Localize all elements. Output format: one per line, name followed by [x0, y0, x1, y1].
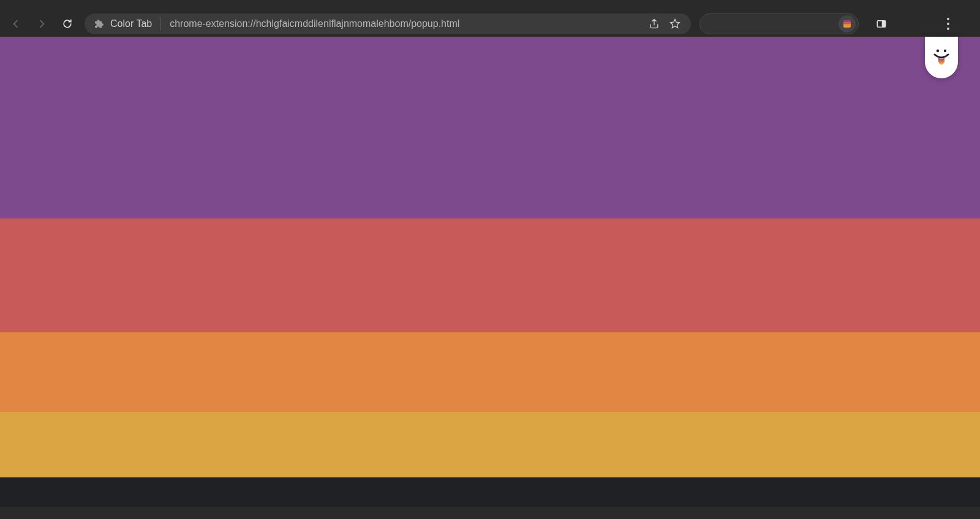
back-button[interactable] [5, 13, 27, 35]
side-panel-button[interactable] [870, 12, 893, 35]
svg-rect-1 [882, 21, 886, 28]
bottom-taskbar-strip [0, 507, 980, 519]
palette-stripe-3[interactable] [0, 332, 980, 412]
svg-point-2 [937, 50, 939, 52]
palette-stripe-4[interactable] [0, 412, 980, 477]
colorhunt-logo-icon [932, 47, 951, 68]
share-icon[interactable] [648, 18, 660, 30]
svg-point-3 [944, 50, 946, 52]
reload-icon [61, 18, 74, 30]
forward-button[interactable] [31, 13, 53, 35]
extension-icon [93, 18, 104, 29]
window-titlebar-strip [0, 0, 980, 11]
back-arrow-icon [10, 18, 22, 30]
url-text: chrome-extension://hchlgfaicmddilenlflaj… [170, 18, 642, 29]
color-palette [0, 37, 980, 477]
address-bar-actions [648, 18, 686, 30]
extension-label: Color Tab [110, 18, 152, 29]
profile-avatar[interactable] [903, 14, 922, 34]
address-bar[interactable]: Color Tab chrome-extension://hchlgfaicmd… [85, 13, 691, 34]
page-content [0, 37, 980, 507]
address-separator [160, 17, 161, 31]
bookmark-star-icon[interactable] [669, 18, 681, 30]
colorhunt-peek-tab[interactable] [925, 37, 958, 78]
kebab-menu-icon [947, 18, 949, 30]
active-extension-chip[interactable] [839, 15, 856, 32]
browser-toolbar: Color Tab chrome-extension://hchlgfaicmd… [0, 11, 980, 37]
forward-arrow-icon [36, 18, 48, 30]
side-panel-icon [876, 18, 887, 29]
palette-stripe-1[interactable] [0, 37, 980, 218]
browser-menu-button[interactable] [937, 13, 959, 35]
colortab-extension-icon [843, 20, 851, 28]
reload-button[interactable] [56, 13, 78, 35]
palette-stripe-2[interactable] [0, 218, 980, 332]
extensions-pill[interactable] [699, 13, 859, 34]
